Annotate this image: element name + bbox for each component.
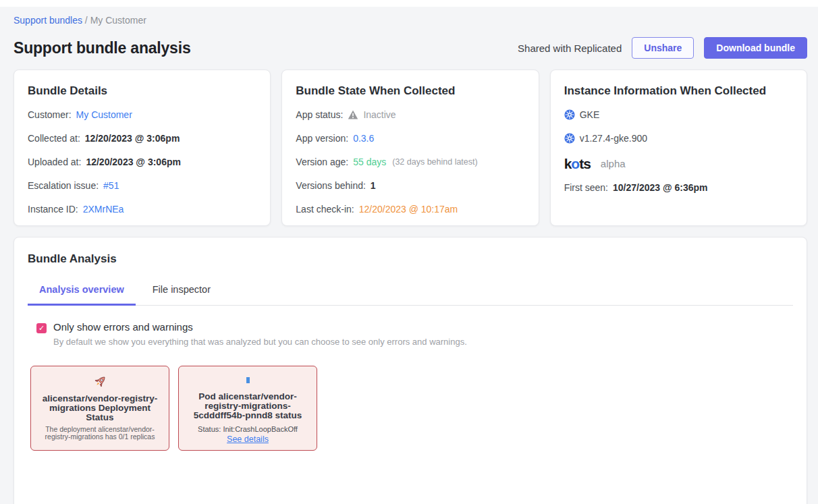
page-header: Support bundle analysis Shared with Repl… — [13, 37, 807, 59]
bundle-analysis-title: Bundle Analysis — [28, 252, 793, 266]
version-age-value: 55 days — [353, 157, 386, 167]
breadcrumb-separator: / — [85, 15, 90, 26]
summary-cards-row: Bundle Details Customer: My Customer Col… — [13, 69, 807, 226]
app-status-row: App status: Inactive — [296, 109, 524, 120]
instance-id-row: Instance ID: 2XMrNEa — [28, 204, 256, 215]
rocket-icon — [93, 372, 107, 390]
first-seen-label: First seen: — [564, 182, 608, 193]
kubernetes-icon — [564, 109, 575, 120]
instance-info-card: Instance Information When Collected — [550, 69, 807, 226]
version-age-note: (32 days behind latest) — [392, 157, 477, 167]
bundle-state-card: Bundle State When Collected App status: … — [281, 69, 539, 226]
escalation-issue-row: Escalation issue: #51 — [28, 180, 256, 191]
warning-title: Pod alicenstar/vendor-registry-migration… — [187, 392, 308, 420]
warning-message: The deployment alicenstar/vendor-registr… — [39, 426, 161, 441]
breadcrumb-current: My Customer — [90, 15, 146, 26]
pod-icon — [246, 372, 250, 388]
app-version-row: App version: 0.3.6 — [296, 133, 524, 144]
kots-channel: alpha — [601, 158, 626, 169]
last-checkin-label: Last check-in: — [296, 204, 354, 215]
deployment-status-warning-card: alicenstar/vendor-registry-migrations De… — [30, 366, 169, 451]
shared-status-text: Shared with Replicated — [518, 43, 622, 54]
app-status-label: App status: — [296, 109, 343, 120]
distribution-row: GKE — [564, 109, 793, 120]
escalation-issue-link[interactable]: #51 — [103, 180, 119, 191]
uploaded-at-label: Uploaded at: — [28, 157, 81, 167]
bundle-details-card: Bundle Details Customer: My Customer Col… — [13, 69, 271, 226]
download-bundle-button[interactable]: Download bundle — [704, 37, 807, 59]
versions-behind-label: Versions behind: — [296, 180, 366, 191]
version-age-label: Version age: — [296, 157, 348, 167]
tab-file-inspector[interactable]: File inspector — [141, 284, 222, 306]
warning-triangle-icon — [348, 109, 358, 120]
collected-at-label: Collected at: — [28, 133, 80, 144]
collected-at-value: 12/20/2023 @ 3:06pm — [85, 133, 180, 144]
tab-analysis-overview[interactable]: Analysis overview — [28, 284, 136, 306]
instance-id-link[interactable]: 2XMrNEa — [83, 204, 124, 215]
see-details-link[interactable]: See details — [227, 435, 269, 444]
first-seen-value: 10/27/2023 @ 6:36pm — [613, 182, 708, 193]
customer-label: Customer: — [28, 109, 72, 120]
kots-logo: kots — [564, 157, 591, 171]
last-checkin-value: 12/20/2023 @ 10:17am — [359, 204, 458, 215]
k8s-version-row: v1.27.4-gke.900 — [564, 133, 793, 144]
breadcrumb: Support bundles / My Customer — [13, 15, 805, 26]
versions-behind-row: Versions behind: 1 — [296, 180, 524, 191]
bundle-state-title: Bundle State When Collected — [296, 84, 524, 98]
last-checkin-row: Last check-in: 12/20/2023 @ 10:17am — [296, 204, 524, 215]
errors-warnings-filter: ✓ Only show errors and warnings By defau… — [28, 321, 793, 347]
escalation-issue-label: Escalation issue: — [28, 180, 99, 191]
filter-label[interactable]: Only show errors and warnings — [53, 321, 467, 333]
pod-status-warning-card: Pod alicenstar/vendor-registry-migration… — [178, 366, 317, 451]
kots-row: kots alpha — [564, 157, 793, 171]
warning-title: alicenstar/vendor-registry-migrations De… — [39, 394, 161, 422]
only-errors-checkbox[interactable]: ✓ — [36, 323, 47, 333]
top-white-strip — [0, 0, 818, 7]
unshare-button[interactable]: Unshare — [632, 37, 694, 59]
uploaded-at-row: Uploaded at: 12/20/2023 @ 3:06pm — [28, 157, 256, 167]
filter-description: By default we show you everything that w… — [53, 337, 467, 347]
app-version-link[interactable]: 0.3.6 — [353, 133, 374, 144]
filter-text-block: Only show errors and warnings By default… — [53, 321, 467, 347]
customer-link[interactable]: My Customer — [76, 109, 132, 120]
instance-info-title: Instance Information When Collected — [564, 84, 793, 98]
bundle-details-title: Bundle Details — [28, 84, 256, 98]
bundle-analysis-card: Bundle Analysis Analysis overview File i… — [13, 237, 807, 504]
uploaded-at-value: 12/20/2023 @ 3:06pm — [86, 157, 181, 167]
distribution-value: GKE — [580, 109, 600, 120]
analysis-tabs: Analysis overview File inspector — [28, 284, 793, 306]
instance-id-label: Instance ID: — [28, 204, 78, 215]
analysis-warnings-row: alicenstar/vendor-registry-migrations De… — [28, 366, 793, 451]
first-seen-row: First seen: 10/27/2023 @ 6:36pm — [564, 182, 793, 193]
warning-status-text: Status: Init:CrashLoopBackOff — [198, 425, 298, 433]
page-title: Support bundle analysis — [13, 39, 191, 57]
kubernetes-icon — [564, 133, 575, 144]
collected-at-row: Collected at: 12/20/2023 @ 3:06pm — [28, 133, 256, 144]
version-age-row: Version age: 55 days (32 days behind lat… — [296, 157, 524, 167]
app-version-label: App version: — [296, 133, 348, 144]
versions-behind-value: 1 — [371, 180, 376, 191]
header-actions: Shared with Replicated Unshare Download … — [518, 37, 807, 59]
app-status-value: Inactive — [363, 109, 396, 120]
k8s-version-value: v1.27.4-gke.900 — [580, 133, 647, 144]
customer-row: Customer: My Customer — [28, 109, 256, 120]
breadcrumb-support-bundles-link[interactable]: Support bundles — [13, 15, 82, 26]
kots-logo-o: o — [571, 156, 579, 171]
